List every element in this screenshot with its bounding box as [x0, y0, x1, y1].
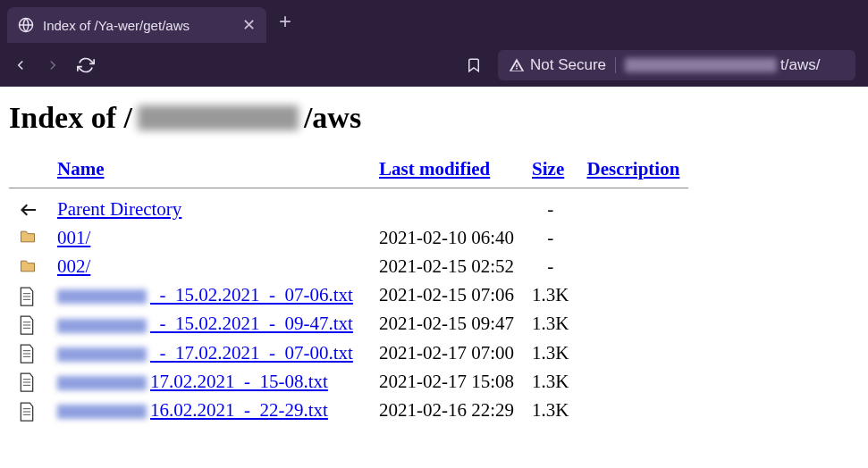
row-date-cell: 2021-02-15 09:47 [370, 310, 523, 338]
not-secure-label: Not Secure [530, 56, 606, 74]
file-link[interactable]: _-_15.02.2021_-_07-06.txt [57, 284, 353, 305]
file-name-suffix: 17.02.2021_-_15-08.txt [150, 371, 328, 392]
file-name-suffix: _-_17.02.2021_-_07-00.txt [150, 342, 353, 364]
row-date-cell [370, 188, 523, 224]
globe-icon [18, 17, 34, 33]
folder-icon [18, 257, 39, 279]
header-modified: Last modified [370, 155, 523, 188]
row-desc-cell [578, 188, 689, 224]
table-row: 16.02.2021_-_22-29.txt 2021-02-16 22:29 … [9, 396, 688, 424]
heading-suffix: /aws [304, 101, 361, 135]
sort-name-link[interactable]: Name [57, 158, 104, 180]
file-icon [18, 286, 39, 307]
file-link[interactable]: 17.02.2021_-_15-08.txt [57, 371, 328, 392]
browser-chrome: Index of /Ya-wer/get/aws ✕ + Not Secure [0, 0, 868, 87]
row-desc-cell [578, 310, 689, 338]
url-suffix: t/aws/ [780, 56, 820, 74]
row-name-cell: _-_17.02.2021_-_07-00.txt [48, 338, 370, 367]
back-arrow-icon [18, 199, 39, 221]
back-button[interactable] [13, 57, 29, 73]
row-date-cell: 2021-02-16 22:29 [370, 396, 523, 424]
file-icon [18, 372, 39, 393]
file-link[interactable]: _-_17.02.2021_-_07-00.txt [57, 342, 353, 364]
page-content: Index of / /aws Name Last modified Size … [0, 87, 868, 439]
row-date-cell: 2021-02-17 15:08 [370, 367, 523, 396]
table-row: 001/ 2021-02-10 06:40 - [9, 223, 688, 252]
table-row: _-_15.02.2021_-_07-06.txt 2021-02-15 07:… [9, 281, 688, 310]
row-date-cell: 2021-02-15 07:06 [370, 281, 523, 310]
file-name-suffix: _-_15.02.2021_-_09-47.txt [150, 313, 353, 334]
row-size-cell: 1.3K [523, 310, 577, 338]
new-tab-button[interactable]: + [279, 9, 291, 34]
file-icon [18, 401, 39, 422]
file-link[interactable]: _-_15.02.2021_-_09-47.txt [57, 313, 353, 334]
row-name-cell: 001/ [48, 223, 370, 252]
browser-tab[interactable]: Index of /Ya-wer/get/aws ✕ [7, 7, 266, 43]
row-icon-cell [9, 223, 48, 252]
row-size-cell: - [523, 252, 577, 280]
row-desc-cell [578, 223, 689, 252]
redacted-filename [57, 347, 147, 362]
row-icon-cell [9, 367, 48, 396]
reload-button[interactable] [77, 56, 95, 74]
header-size: Size [523, 155, 577, 188]
tab-title: Index of /Ya-wer/get/aws [43, 18, 233, 33]
file-name-suffix: 16.02.2021_-_22-29.txt [150, 399, 328, 421]
row-desc-cell [578, 281, 689, 310]
header-icon [9, 155, 48, 188]
row-icon-cell [9, 188, 48, 224]
url-bar[interactable]: Not Secure t/aws/ [498, 50, 855, 80]
redacted-filename [57, 405, 147, 419]
browser-toolbar: Not Secure t/aws/ [0, 43, 868, 87]
row-name-cell: 16.02.2021_-_22-29.txt [48, 396, 370, 424]
row-size-cell: - [523, 223, 577, 252]
redacted-url [625, 58, 777, 72]
table-row: Parent Directory - [9, 188, 688, 224]
row-name-cell: _-_15.02.2021_-_09-47.txt [48, 310, 370, 338]
table-row: _-_17.02.2021_-_07-00.txt 2021-02-17 07:… [9, 338, 688, 367]
file-icon [18, 343, 39, 364]
redacted-filename [57, 376, 147, 390]
folder-icon [18, 228, 39, 249]
header-name: Name [48, 155, 370, 188]
row-icon-cell [9, 310, 48, 338]
redacted-filename [57, 289, 147, 304]
directory-link[interactable]: 001/ [57, 227, 90, 248]
forward-button[interactable] [45, 57, 61, 73]
row-date-cell: 2021-02-10 06:40 [370, 223, 523, 252]
row-name-cell: _-_15.02.2021_-_07-06.txt [48, 281, 370, 310]
sort-description-link[interactable]: Description [587, 158, 680, 180]
sort-size-link[interactable]: Size [532, 158, 564, 180]
row-size-cell: 1.3K [523, 367, 577, 396]
close-tab-icon[interactable]: ✕ [242, 15, 256, 35]
directory-link[interactable]: 002/ [57, 255, 90, 277]
header-description: Description [578, 155, 689, 188]
row-date-cell: 2021-02-17 07:00 [370, 338, 523, 367]
row-icon-cell [9, 338, 48, 367]
row-size-cell: 1.3K [523, 281, 577, 310]
parent-directory-link[interactable]: Parent Directory [57, 198, 181, 220]
page-title: Index of / /aws [9, 101, 859, 135]
row-icon-cell [9, 252, 48, 280]
row-desc-cell [578, 252, 689, 280]
file-name-suffix: _-_15.02.2021_-_07-06.txt [150, 284, 353, 305]
header-row: Name Last modified Size Description [9, 155, 688, 188]
sort-modified-link[interactable]: Last modified [379, 158, 490, 180]
file-link[interactable]: 16.02.2021_-_22-29.txt [57, 399, 328, 421]
table-row: 17.02.2021_-_15-08.txt 2021-02-17 15:08 … [9, 367, 688, 396]
row-name-cell: 17.02.2021_-_15-08.txt [48, 367, 370, 396]
url-text: t/aws/ [625, 56, 820, 74]
file-icon [18, 314, 39, 336]
tab-bar: Index of /Ya-wer/get/aws ✕ + [0, 0, 868, 43]
row-desc-cell [578, 338, 689, 367]
redacted-heading [138, 105, 299, 130]
redacted-filename [57, 319, 147, 333]
table-row: _-_15.02.2021_-_09-47.txt 2021-02-15 09:… [9, 310, 688, 338]
row-size-cell: - [523, 188, 577, 224]
row-name-cell: Parent Directory [48, 188, 370, 224]
directory-listing: Name Last modified Size Description Pare… [9, 155, 688, 425]
security-warning: Not Secure [509, 56, 606, 74]
row-desc-cell [578, 396, 689, 424]
row-size-cell: 1.3K [523, 338, 577, 367]
bookmark-button[interactable] [466, 56, 482, 74]
